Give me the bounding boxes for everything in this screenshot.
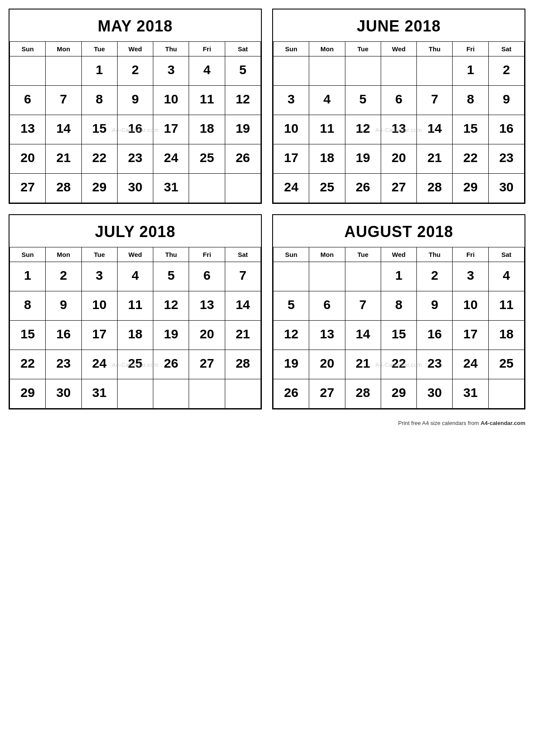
calendar-day-cell: 13: [10, 115, 46, 144]
calendar-day-cell: 3: [81, 262, 117, 291]
calendar-day-cell: 18: [309, 144, 345, 174]
calendars-grid: MAY 2018SunMonTueWedThuFriSat12345678910…: [9, 9, 525, 409]
calendar-day-cell: 22: [81, 144, 117, 174]
day-header-tue: Tue: [345, 247, 381, 262]
calendar-day-cell: 29: [381, 379, 416, 409]
calendar-day-cell: [189, 174, 225, 203]
calendar-day-cell: 7: [417, 86, 453, 115]
calendar-day-cell: [10, 56, 46, 86]
calendar-day-cell: 7: [225, 262, 261, 291]
day-header-tue: Tue: [81, 247, 117, 262]
calendar-day-cell: [381, 56, 416, 86]
calendar-day-cell: 15: [10, 321, 46, 350]
calendar-day-cell: 2: [417, 262, 453, 291]
calendar-day-cell: 21: [225, 321, 261, 350]
calendar-day-cell: 23: [488, 144, 524, 174]
footer-prefix: Print free A4 size calendars from: [398, 420, 480, 426]
calendar-day-cell: 24: [273, 174, 309, 203]
calendar-day-cell: 4: [309, 86, 345, 115]
calendar-day-cell: [189, 379, 225, 409]
day-header-mon: Mon: [46, 42, 81, 56]
calendar-day-cell: 23: [46, 350, 81, 379]
calendar-day-cell: [273, 56, 309, 86]
day-header-sat: Sat: [488, 42, 524, 56]
calendar-day-cell: 23: [117, 144, 153, 174]
day-header-fri: Fri: [189, 42, 225, 56]
calendar-day-cell: 7: [46, 86, 81, 115]
calendar-table-july-2018: SunMonTueWedThuFriSat1234567891011121314…: [9, 247, 261, 409]
calendar-day-cell: 15: [381, 321, 416, 350]
calendar-day-cell: 6: [309, 291, 345, 321]
calendar-day-cell: 21: [417, 144, 453, 174]
calendar-day-cell: 8: [10, 291, 46, 321]
calendar-day-cell: 18: [117, 321, 153, 350]
calendar-day-cell: 31: [81, 379, 117, 409]
calendar-day-cell: 9: [46, 291, 81, 321]
calendar-day-cell: 19: [153, 321, 189, 350]
calendar-day-cell: 20: [189, 321, 225, 350]
calendar-day-cell: 20: [381, 144, 416, 174]
calendar-day-cell: 13: [189, 291, 225, 321]
calendar-day-cell: 28: [225, 350, 261, 379]
calendar-august-2018: AUGUST 2018SunMonTueWedThuFriSat12345678…: [272, 214, 525, 409]
day-header-sun: Sun: [10, 247, 46, 262]
calendar-day-cell: [225, 174, 261, 203]
calendar-day-cell: [309, 262, 345, 291]
calendar-day-cell: 14: [345, 321, 381, 350]
calendar-day-cell: 25: [309, 174, 345, 203]
calendar-day-cell: 20: [309, 350, 345, 379]
calendar-day-cell: 19: [345, 144, 381, 174]
calendar-day-cell: 6: [10, 86, 46, 115]
calendar-title-may-2018: MAY 2018: [9, 9, 261, 41]
calendar-day-cell: [153, 379, 189, 409]
calendar-day-cell: 12: [153, 291, 189, 321]
calendar-day-cell: 15: [453, 115, 488, 144]
calendar-day-cell: 26: [153, 350, 189, 379]
day-header-thu: Thu: [417, 247, 453, 262]
calendar-day-cell: 1: [10, 262, 46, 291]
calendar-day-cell: A4-Calendar.com16: [117, 115, 153, 144]
calendar-day-cell: 20: [10, 144, 46, 174]
calendar-day-cell: 23: [417, 350, 453, 379]
calendar-title-august-2018: AUGUST 2018: [273, 215, 525, 247]
footer-brand: A4-calendar.com: [481, 420, 525, 426]
calendar-day-cell: 7: [345, 291, 381, 321]
calendar-day-cell: 29: [453, 174, 488, 203]
calendar-day-cell: 11: [189, 86, 225, 115]
day-header-wed: Wed: [381, 42, 416, 56]
calendar-day-cell: [117, 379, 153, 409]
calendar-day-cell: 27: [309, 379, 345, 409]
calendar-table-august-2018: SunMonTueWedThuFriSat1234567891011121314…: [273, 247, 525, 409]
day-header-tue: Tue: [81, 42, 117, 56]
calendar-day-cell: 27: [381, 174, 416, 203]
calendar-day-cell: 26: [225, 144, 261, 174]
calendar-day-cell: 30: [46, 379, 81, 409]
calendar-day-cell: 28: [345, 379, 381, 409]
calendar-day-cell: 2: [117, 56, 153, 86]
calendar-day-cell: [488, 379, 524, 409]
calendar-day-cell: 11: [488, 291, 524, 321]
calendar-day-cell: 25: [488, 350, 524, 379]
calendar-day-cell: 26: [273, 379, 309, 409]
day-header-fri: Fri: [189, 247, 225, 262]
calendar-table-may-2018: SunMonTueWedThuFriSat1234567891011121314…: [9, 41, 261, 203]
calendar-day-cell: 28: [417, 174, 453, 203]
calendar-day-cell: 14: [417, 115, 453, 144]
calendar-may-2018: MAY 2018SunMonTueWedThuFriSat12345678910…: [9, 9, 262, 204]
calendar-day-cell: 30: [417, 379, 453, 409]
calendar-day-cell: 27: [10, 174, 46, 203]
calendar-day-cell: 14: [225, 291, 261, 321]
calendar-day-cell: 15: [81, 115, 117, 144]
day-header-thu: Thu: [153, 247, 189, 262]
calendar-day-cell: [417, 56, 453, 86]
calendar-day-cell: 31: [453, 379, 488, 409]
calendar-day-cell: 30: [117, 174, 153, 203]
day-header-sun: Sun: [10, 42, 46, 56]
calendar-day-cell: 24: [453, 350, 488, 379]
calendar-day-cell: 5: [273, 291, 309, 321]
calendar-day-cell: 16: [488, 115, 524, 144]
calendar-june-2018: JUNE 2018SunMonTueWedThuFriSat1234567891…: [272, 9, 525, 204]
calendar-day-cell: [345, 262, 381, 291]
footer: Print free A4 size calendars from A4-cal…: [9, 416, 525, 426]
calendar-day-cell: 16: [417, 321, 453, 350]
